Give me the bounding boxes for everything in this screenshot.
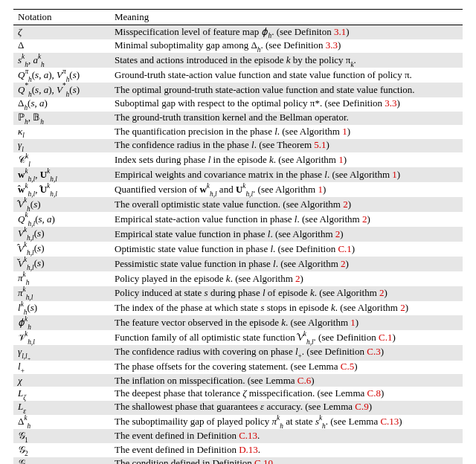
notation-cell: lkh(s) xyxy=(13,301,110,316)
table-row: γl,l+The confidence radius with covering… xyxy=(13,345,463,360)
ref-link[interactable]: 2 xyxy=(343,199,348,210)
meaning-cell: The phase offsets for the covering state… xyxy=(110,361,463,375)
ref-link[interactable]: 1 xyxy=(342,126,347,137)
table-row: Q*h(s, a), V*h(s)The optimal ground-trut… xyxy=(13,83,463,97)
notation-cell: Vkh,l(s) xyxy=(13,257,110,271)
table-row: 𝒱kh,lFunction family of all optimistic s… xyxy=(13,330,463,345)
ref-link[interactable]: 3.1 xyxy=(334,26,346,37)
table-row: wkh,l, Ukh,lQuantified version of wkh,l … xyxy=(13,182,463,197)
ref-link[interactable]: 2 xyxy=(335,228,341,239)
table-row: skh, akhStates and actions introduced in… xyxy=(13,53,463,68)
meaning-cell: The inflation on misspecification. (see … xyxy=(110,374,463,387)
table-row: κlThe quantification precision in the ph… xyxy=(13,125,463,139)
ref-link[interactable]: 1 xyxy=(350,317,356,328)
meaning-cell: The confidence radius in the phase l. (s… xyxy=(110,139,463,153)
meaning-cell: Policy induced at state s during phase l… xyxy=(110,286,463,301)
notation-cell: skh, akh xyxy=(13,53,110,68)
meaning-cell: States and actions introduced in the epi… xyxy=(110,53,463,68)
table-row: 𝒢εThe condition defined in Definition C.… xyxy=(13,457,463,464)
notation-cell: πkh xyxy=(13,271,110,286)
notation-cell: κl xyxy=(13,125,110,139)
table-row: lkh(s)The index of the phase at which st… xyxy=(13,301,463,316)
ref-link[interactable]: C.6 xyxy=(298,375,311,386)
notation-cell: Qkh,l(s, a) xyxy=(13,212,110,227)
table-row: πkhPolicy played in the episode k. (see … xyxy=(13,271,463,286)
table-row: ΔkhThe suboptimaility gap of played poli… xyxy=(13,415,463,430)
meaning-cell: The optimal ground-truth state-action va… xyxy=(110,83,463,97)
ref-link[interactable]: C.9 xyxy=(355,401,368,412)
meaning-cell: Index sets during phase l in the episode… xyxy=(110,152,463,167)
notation-cell: γl,l+ xyxy=(13,345,110,360)
notation-cell: Δkh xyxy=(13,415,110,430)
notation-cell: ζ xyxy=(13,25,110,39)
notation-cell: Vkh(s) xyxy=(13,197,110,212)
meaning-cell: Pessimistic state value function in phas… xyxy=(110,257,463,271)
ref-link[interactable]: C.10 xyxy=(254,457,273,464)
meaning-cell: Empirical state-action value function in… xyxy=(110,212,463,227)
notation-cell: γl xyxy=(13,139,110,153)
meaning-cell: Empirical state value function in phase … xyxy=(110,227,463,242)
table-row: wkh,l, Ukh,lEmpirical weights and covari… xyxy=(13,167,463,182)
table-row: πkh,lPolicy induced at state s during ph… xyxy=(13,286,463,301)
meaning-cell: The overall optimistic state value funct… xyxy=(110,197,463,212)
meaning-cell: The event defined in Definition C.13. xyxy=(110,429,463,443)
meaning-cell: The suboptimaility gap of played policy … xyxy=(110,415,463,430)
notation-table: Notation Meaning ζMisspecification level… xyxy=(13,9,463,464)
notation-cell: ϕkh xyxy=(13,315,110,330)
notation-cell: Q*h(s, a), V*h(s) xyxy=(13,83,110,97)
col-notation-header: Notation xyxy=(13,10,110,25)
ref-link[interactable]: 1 xyxy=(338,154,344,165)
notation-cell: Vkh,l(s) xyxy=(13,227,110,242)
table-row: Δh(s, a)Suboptimal gap with respect to t… xyxy=(13,97,463,112)
table-row: Vkh(s)The overall optimistic state value… xyxy=(13,197,463,212)
table-row: Qπh(s, a), Vπh(s)Ground-truth state-acti… xyxy=(13,68,463,83)
notation-cell: l+ xyxy=(13,361,110,375)
notation-cell: Δh(s, a) xyxy=(13,97,110,112)
meaning-cell: Empirical weights and covariance matrix … xyxy=(110,167,463,182)
ref-link[interactable]: 1 xyxy=(392,169,397,180)
meaning-cell: Minimal suboptimality gap among Δh. (see… xyxy=(110,39,463,54)
meaning-cell: The shallowest phase that guarantees ε a… xyxy=(110,401,463,415)
notation-cell: Δ xyxy=(13,39,110,54)
page: Notation Meaning ζMisspecification level… xyxy=(0,0,476,464)
meaning-cell: Function family of all optimistic state … xyxy=(110,330,463,345)
ref-link[interactable]: 2 xyxy=(341,258,346,269)
meaning-cell: The quantification precision in the phas… xyxy=(110,125,463,139)
ref-link[interactable]: 2 xyxy=(295,273,300,284)
ref-link[interactable]: C.8 xyxy=(367,387,381,399)
table-row: 𝒢1The event defined in Definition C.13. xyxy=(13,429,463,443)
meaning-cell: The ground-truth transition kernel and t… xyxy=(110,112,463,126)
ref-link[interactable]: C.5 xyxy=(341,361,354,372)
notation-cell: 𝒢1 xyxy=(13,429,110,443)
ref-link[interactable]: 2 xyxy=(400,302,405,313)
meaning-cell: Suboptimal gap with respect to the optim… xyxy=(110,97,463,112)
notation-cell: 𝒞kl xyxy=(13,152,110,167)
table-row: Vkh,l(s)Optimistic state value function … xyxy=(13,242,463,257)
col-meaning-header: Meaning xyxy=(110,10,463,25)
ref-link[interactable]: C.3 xyxy=(367,346,380,357)
table-row: ΔMinimal suboptimality gap among Δh. (se… xyxy=(13,39,463,54)
ref-link[interactable]: C.1 xyxy=(379,332,392,343)
ref-link[interactable]: C.13 xyxy=(239,430,257,441)
ref-link[interactable]: 2 xyxy=(362,213,367,225)
notation-cell: wkh,l, Ukh,l xyxy=(13,167,110,182)
table-row: Qkh,l(s, a)Empirical state-action value … xyxy=(13,212,463,227)
ref-link[interactable]: 3.3 xyxy=(326,39,338,51)
notation-cell: 𝒢2 xyxy=(13,443,110,457)
meaning-cell: The deepest phase that tolerance ζ missp… xyxy=(110,387,463,401)
ref-link[interactable]: 3.3 xyxy=(385,97,396,109)
ref-link[interactable]: 5.1 xyxy=(314,139,326,150)
notation-cell: χ xyxy=(13,374,110,387)
ref-link[interactable]: 1 xyxy=(318,184,323,195)
table-row: ϕkhThe feature vector observed in the ep… xyxy=(13,315,463,330)
ref-link[interactable]: D.13 xyxy=(239,444,258,455)
table-row: γlThe confidence radius in the phase l. … xyxy=(13,139,463,153)
ref-link[interactable]: C.13 xyxy=(380,416,399,427)
table-row: 𝒞klIndex sets during phase l in the epis… xyxy=(13,152,463,167)
meaning-cell: The event defined in Definition D.13. xyxy=(110,443,463,457)
table-row: ℙh, 𝔹hThe ground-truth transition kernel… xyxy=(13,112,463,126)
notation-cell: 𝒢ε xyxy=(13,457,110,464)
ref-link[interactable]: C.1 xyxy=(338,243,351,254)
notation-cell: ℙh, 𝔹h xyxy=(13,112,110,126)
ref-link[interactable]: 2 xyxy=(379,287,385,298)
